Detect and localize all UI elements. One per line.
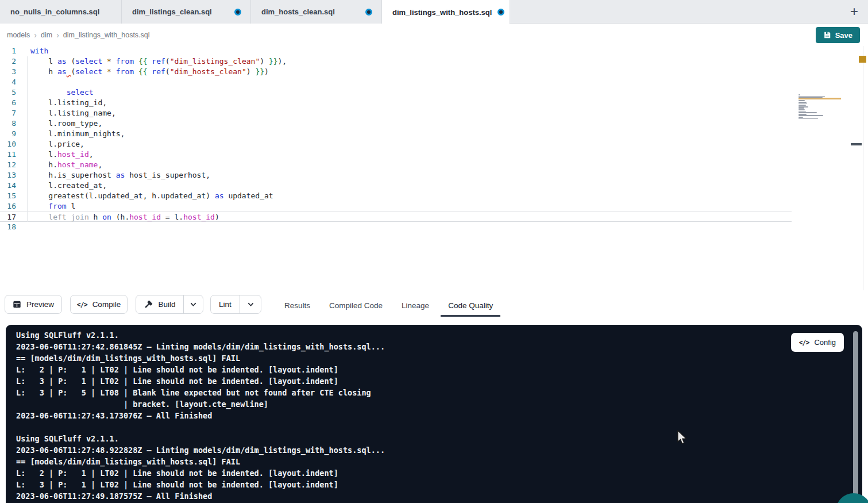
save-button[interactable]: Save [816, 27, 860, 43]
unsaved-changes-icon[interactable] [365, 9, 372, 16]
minimap-line [798, 109, 805, 110]
code-line-text: l.minimum_nights, [23, 129, 125, 139]
preview-button[interactable]: Preview [5, 295, 62, 314]
code-line-text: l.price, [23, 139, 84, 149]
build-options-button[interactable] [183, 295, 203, 313]
code-editor[interactable]: 1with2 l as (select * from {{ ref("dim_l… [0, 46, 868, 290]
terminal-line: L: 2 | P: 1 | LT02 | Line should not be … [16, 364, 862, 375]
terminal-line: 2023-06-06T11:27:48.922828Z — Linting mo… [16, 444, 862, 456]
minimap-line [798, 111, 806, 112]
code-line[interactable]: 18 [0, 222, 868, 232]
code-line-text: l.room_type, [23, 118, 102, 129]
terminal-line: 2023-06-06T11:27:42.861845Z — Linting mo… [16, 341, 862, 352]
minimap-line [798, 107, 804, 109]
terminal-line: == [models/dim/dim_listings_with_hosts.s… [16, 352, 862, 364]
code-line[interactable]: 2 l as (select * from {{ ref("dim_listin… [0, 56, 868, 67]
build-split-button: Build [136, 295, 203, 314]
panel-tab-compiled-code[interactable]: Compiled Code [329, 297, 383, 314]
file-tab-label: dim_hosts_clean.sql [261, 7, 335, 16]
lint-split-button: Lint [210, 295, 261, 314]
code-line[interactable]: 6 l.listing_id, [0, 98, 868, 108]
terminal-line: L: 2 | P: 1 | LT02 | Line should not be … [16, 467, 862, 479]
terminal-line: Using SQLFluff v2.1.1. [16, 329, 862, 341]
lint-button[interactable]: Lint [211, 295, 240, 313]
code-line[interactable]: 16 from l [0, 201, 868, 212]
minimap-line [798, 112, 817, 113]
panel-tab-lineage[interactable]: Lineage [402, 297, 429, 314]
file-tab[interactable]: no_nulls_in_columns.sql [0, 0, 122, 24]
unsaved-changes-icon[interactable] [234, 9, 241, 16]
lint-button-label: Lint [219, 300, 232, 309]
terminal-line: | bracket. [layout.cte_newline] [16, 398, 862, 410]
config-button-label: Config [814, 338, 836, 347]
action-toolbar: Preview </> Compile Build Lint [0, 290, 868, 325]
mouse-cursor [677, 430, 688, 447]
terminal-line: L: 3 | P: 1 | LT02 | Line should not be … [16, 479, 862, 490]
code-line[interactable]: 5 select [0, 87, 868, 98]
code-line-text: from l [23, 201, 75, 212]
minimap-line [798, 103, 807, 105]
line-number: 18 [0, 222, 23, 232]
new-tab-button[interactable]: + [846, 3, 862, 20]
line-number: 13 [0, 170, 23, 181]
config-button[interactable]: </> Config [791, 333, 844, 352]
terminal-line: L: 3 | P: 5 | LT08 | Blank line expected… [16, 387, 862, 398]
code-line[interactable]: 17 left join h on (h.host_id = l.host_id… [0, 212, 792, 222]
floppy-disk-icon [823, 31, 831, 39]
file-header-row: models › dim › dim_listings_with_hosts.s… [0, 24, 868, 46]
terminal-line: 2023-06-06T11:27:43.173076Z — All Finish… [16, 410, 862, 421]
file-tab[interactable]: dim_listings_clean.sql [122, 0, 251, 24]
line-number: 7 [0, 108, 23, 118]
code-line-text: h.is_superhost as host_is_superhost, [23, 170, 210, 181]
file-tab-label: no_nulls_in_columns.sql [10, 7, 99, 16]
minimap[interactable] [798, 94, 841, 121]
minimap-line [798, 118, 818, 120]
terminal-line: Using SQLFluff v2.1.1. [16, 433, 862, 444]
terminal-line: L: 3 | P: 1 | LT02 | Line should not be … [16, 375, 862, 387]
terminal-scrollbar[interactable] [853, 331, 858, 499]
save-button-label: Save [835, 31, 852, 40]
code-line[interactable]: 14 l.created_at, [0, 181, 868, 191]
breadcrumb-item-dim[interactable]: dim [41, 31, 52, 39]
code-line[interactable]: 13 h.is_superhost as host_is_superhost, [0, 170, 868, 181]
preview-button-label: Preview [26, 300, 54, 309]
overview-ruler-cursor-mark [851, 143, 862, 145]
code-line[interactable]: 11 l.host_id, [0, 149, 868, 160]
code-line[interactable]: 9 l.minimum_nights, [0, 129, 868, 139]
compile-button[interactable]: </> Compile [70, 295, 128, 314]
chevron-down-icon [247, 301, 254, 308]
unsaved-changes-icon[interactable] [497, 9, 504, 16]
breadcrumb: models › dim › dim_listings_with_hosts.s… [7, 24, 150, 46]
code-line[interactable]: 3 h as (select * from {{ ref("dim_hosts_… [0, 67, 868, 77]
panel-tab-results[interactable]: Results [284, 297, 310, 314]
code-line[interactable]: 15 greatest(l.updated_at, h.updated_at) … [0, 191, 868, 201]
line-number: 12 [0, 160, 23, 170]
code-line-text: with [23, 46, 48, 56]
minimap-line [798, 96, 825, 97]
line-number: 2 [0, 56, 23, 67]
editor-tab-strip: no_nulls_in_columns.sqldim_listings_clea… [0, 0, 868, 24]
panel-tab-list: ResultsCompiled CodeLineageCode Quality [284, 295, 493, 316]
minimap-line [798, 97, 823, 98]
file-tab[interactable]: dim_hosts_clean.sql [251, 0, 382, 24]
code-line[interactable]: 1with [0, 46, 868, 56]
line-number: 4 [0, 77, 23, 87]
minimap-line [798, 114, 807, 115]
breadcrumb-item-models[interactable]: models [7, 31, 30, 39]
code-line[interactable]: 8 l.room_type, [0, 118, 868, 129]
file-tab[interactable]: dim_listings_with_hosts.sql [382, 0, 510, 24]
code-line[interactable]: 4 [0, 77, 868, 87]
build-button[interactable]: Build [136, 295, 183, 313]
compile-button-label: Compile [92, 300, 121, 309]
lint-options-button[interactable] [240, 295, 261, 313]
terminal-line: == [models/dim/dim_listings_with_hosts.s… [16, 456, 862, 467]
lint-output-terminal[interactable]: Using SQLFluff v2.1.1.2023-06-06T11:27:4… [6, 325, 862, 503]
code-line[interactable]: 10 l.price, [0, 139, 868, 149]
code-line[interactable]: 7 l.listing_name, [0, 108, 868, 118]
line-number: 15 [0, 191, 23, 201]
chevron-down-icon [190, 301, 197, 308]
panel-tab-code-quality[interactable]: Code Quality [448, 297, 493, 314]
code-line[interactable]: 12 h.host_name, [0, 160, 868, 170]
chevron-right-icon: › [56, 30, 59, 40]
code-line-text: l as (select * from {{ ref("dim_listings… [23, 56, 287, 67]
